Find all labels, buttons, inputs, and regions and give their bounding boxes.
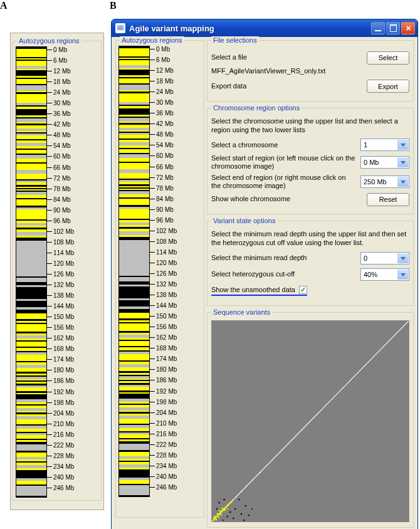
svg-point-44 — [233, 517, 234, 518]
chromosome-region-groupbox: Chromosome region options Select the chr… — [207, 108, 414, 214]
svg-point-29 — [236, 496, 237, 497]
select-end-dropdown[interactable]: 250 Mb — [360, 175, 409, 188]
svg-point-18 — [214, 515, 216, 516]
svg-point-14 — [227, 504, 229, 506]
chromosome-tick: 72 Mb — [150, 174, 174, 181]
minimize-button[interactable] — [371, 22, 385, 34]
chromosome-tick: 72 Mb — [47, 175, 71, 182]
svg-point-31 — [246, 486, 247, 487]
chromosome-tick: 138 Mb — [47, 292, 74, 299]
chromosome-tick: 6 Mb — [150, 56, 170, 63]
select-chromosome-dropdown[interactable]: 1 — [360, 139, 409, 151]
select-end-label: Select end of region (or right mouse cli… — [211, 174, 360, 190]
show-whole-chromosome-label: Show whole chromosome — [211, 195, 367, 203]
chromosome-tick: 186 Mb — [150, 377, 177, 384]
svg-point-47 — [223, 519, 224, 520]
chromosome-tick: 228 Mb — [47, 453, 74, 459]
show-unsmoothed-checkbox[interactable] — [299, 286, 307, 294]
chromosome-tick: 234 Mb — [150, 463, 177, 469]
chromosome-tick: 114 Mb — [150, 249, 177, 256]
svg-point-27 — [226, 508, 228, 509]
chromosome-tick: 222 Mb — [150, 441, 177, 448]
chromosome-tick: 114 Mb — [47, 249, 74, 256]
het-cutoff-dropdown[interactable]: 40% — [360, 268, 409, 281]
chromosome-tick: 204 Mb — [150, 409, 177, 416]
agile-variant-mapping-window: Agile variant mapping Autozygous regions… — [111, 19, 418, 529]
chromosome-tick: 108 Mb — [150, 238, 177, 245]
reset-button[interactable]: Reset — [367, 193, 409, 206]
chromosome-tick: 198 Mb — [150, 399, 177, 406]
close-button[interactable] — [401, 22, 415, 34]
app-icon — [115, 23, 125, 33]
svg-point-46 — [251, 508, 253, 509]
chromosome-tick: 162 Mb — [47, 335, 74, 342]
chromosome-tick: 132 Mb — [47, 281, 74, 288]
chromosome-tick: 54 Mb — [47, 142, 71, 149]
chromosome-tick: 180 Mb — [47, 367, 74, 374]
chromosome-tick: 90 Mb — [47, 207, 71, 214]
chromosome-tick: 96 Mb — [150, 217, 174, 224]
chromosome-tick: 24 Mb — [47, 89, 71, 96]
chromosome-image-a[interactable] — [16, 46, 47, 498]
chromosome-tick: 78 Mb — [150, 185, 174, 192]
groupbox-title: Chromosome region options — [211, 104, 302, 112]
chromosome-tick: 240 Mb — [150, 473, 177, 480]
chromosome-tick: 174 Mb — [47, 356, 74, 363]
chromosome-tick: 126 Mb — [150, 270, 177, 277]
chromosome-tick: 102 Mb — [150, 228, 177, 234]
svg-point-32 — [252, 479, 253, 481]
chromosome-tick: 60 Mb — [150, 152, 174, 159]
groupbox-title: Autozygous regions — [120, 36, 184, 44]
svg-point-43 — [226, 515, 228, 516]
svg-point-20 — [219, 510, 221, 511]
svg-point-35 — [234, 508, 236, 510]
chromosome-tick: 18 Mb — [47, 78, 71, 85]
chromosome-tick: 156 Mb — [47, 324, 74, 331]
select-chromosome-label: Select a chromosome — [211, 141, 360, 149]
chromosome-tick: 0 Mb — [150, 46, 170, 53]
chromosome-tick: 102 Mb — [47, 228, 74, 235]
chromosome-tick: 36 Mb — [150, 110, 174, 117]
figure-label-b: B — [110, 0, 117, 11]
groupbox-title: Variant state options — [211, 217, 277, 224]
svg-point-40 — [248, 514, 249, 515]
svg-point-5 — [216, 515, 218, 517]
chromosome-ticks-b: 0 Mb6 Mb12 Mb18 Mb24 Mb30 Mb36 Mb42 Mb48… — [150, 46, 202, 497]
chromosome-tick: 126 Mb — [47, 271, 74, 278]
chromosome-tick: 84 Mb — [150, 196, 174, 202]
svg-point-33 — [260, 472, 261, 473]
svg-point-19 — [217, 513, 218, 514]
chromosome-tick: 228 Mb — [150, 452, 177, 459]
sequence-variants-plot[interactable] — [211, 320, 409, 522]
min-read-depth-dropdown[interactable]: 0 — [360, 252, 409, 264]
svg-point-34 — [229, 511, 231, 513]
chromosome-tick: 84 Mb — [47, 196, 71, 203]
chromosome-tick: 30 Mb — [150, 99, 174, 106]
chromosome-tick: 246 Mb — [150, 484, 177, 491]
svg-point-13 — [226, 505, 228, 507]
svg-point-26 — [213, 516, 214, 518]
variant-state-instruction: Select the minimum read depth using the … — [211, 230, 409, 248]
chromosome-image-b[interactable] — [118, 46, 150, 497]
chromosome-tick: 174 Mb — [150, 355, 177, 362]
window-title: Agile variant mapping — [129, 24, 371, 33]
svg-point-22 — [216, 518, 217, 520]
select-file-button[interactable]: Select — [367, 51, 409, 65]
svg-point-21 — [222, 507, 223, 508]
titlebar[interactable]: Agile variant mapping — [112, 19, 417, 37]
export-button[interactable]: Export — [367, 80, 409, 93]
svg-point-42 — [238, 498, 239, 500]
groupbox-title: Autozygous regions — [17, 37, 81, 45]
svg-point-45 — [243, 519, 244, 520]
svg-point-2 — [213, 519, 214, 521]
chromosome-tick: 0 Mb — [47, 46, 67, 53]
chromosome-tick: 54 Mb — [150, 142, 174, 149]
chromosome-tick: 138 Mb — [150, 291, 177, 298]
chromosome-tick: 168 Mb — [47, 345, 74, 352]
select-start-dropdown[interactable]: 0 Mb — [360, 156, 409, 169]
maximize-button[interactable] — [386, 22, 400, 34]
svg-point-39 — [245, 505, 246, 506]
chromosome-tick: 108 Mb — [47, 239, 74, 246]
chromosome-tick: 150 Mb — [150, 313, 177, 320]
chromosome-tick: 150 Mb — [47, 313, 74, 320]
